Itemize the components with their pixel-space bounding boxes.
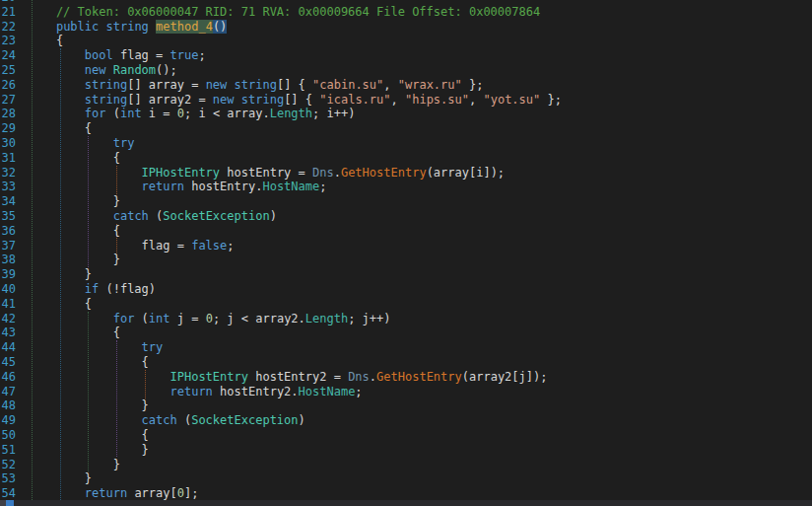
token-p: { — [28, 224, 120, 238]
code-line[interactable]: 53 } — [0, 471, 812, 486]
line-number[interactable]: 25 — [0, 63, 16, 78]
line-number[interactable]: 29 — [0, 121, 16, 136]
token-k: return — [170, 385, 213, 398]
line-number[interactable]: 54 — [0, 486, 16, 501]
token-p: ; — [227, 239, 234, 253]
token-s: "yot.su" — [483, 93, 540, 107]
line-number[interactable]: 30 — [0, 136, 16, 151]
line-number[interactable]: 50 — [0, 428, 16, 443]
code-line[interactable]: 46 IPHostEntry hostEntry2 = Dns.GetHostE… — [0, 370, 812, 385]
code-line[interactable]: 31 { — [0, 151, 812, 166]
code-line[interactable]: 29 { — [0, 121, 812, 136]
line-number[interactable]: 40 — [0, 282, 16, 297]
code-line[interactable]: 28 for (int i = 0; i < array.Length; i++… — [0, 107, 812, 121]
token-p: array[ — [127, 486, 177, 500]
line-number[interactable]: 23 — [0, 34, 16, 48]
line-number[interactable]: 41 — [0, 297, 16, 312]
line-number[interactable]: 32 — [0, 166, 16, 181]
token-p — [28, 93, 85, 107]
code-line[interactable]: 26 string[] array = new string[] { "cabi… — [0, 78, 812, 93]
code-line[interactable]: 39 } — [0, 267, 812, 282]
line-number[interactable]: 37 — [0, 239, 16, 253]
line-number[interactable]: 52 — [0, 458, 16, 472]
code-line[interactable]: 54 return array[0]; — [0, 486, 812, 501]
code-line[interactable]: 38 } — [0, 253, 812, 267]
line-number[interactable]: 24 — [0, 48, 16, 63]
line-number[interactable]: 44 — [0, 340, 16, 355]
code-line[interactable]: 42 for (int j = 0; j < array2.Length; j+… — [0, 312, 812, 326]
token-p: [] array2 = — [127, 93, 213, 107]
token-p — [28, 63, 85, 77]
token-t: IPHostEntry — [170, 370, 248, 384]
token-p: ( — [149, 209, 163, 223]
line-number[interactable]: 43 — [0, 325, 16, 340]
code-line[interactable]: 50 { — [0, 428, 812, 443]
line-number[interactable]: 28 — [0, 107, 16, 121]
code-line[interactable]: 27 string[] array2 = new string[] { "ica… — [0, 93, 812, 108]
code-line[interactable]: 25 new Random(); — [0, 63, 812, 78]
token-p: ; — [319, 180, 326, 193]
line-number[interactable]: 31 — [0, 151, 16, 166]
code-editor-viewport[interactable]: 2021 // Token: 0x06000047 RID: 71 RVA: 0… — [0, 0, 812, 506]
line-number[interactable]: 48 — [0, 398, 16, 413]
token-k: new — [85, 63, 106, 77]
token-k: int — [120, 107, 142, 120]
token-p — [28, 136, 113, 150]
token-k: true — [170, 48, 199, 62]
code-line[interactable]: 41 { — [0, 297, 812, 312]
line-number[interactable]: 51 — [0, 443, 16, 458]
line-number[interactable]: 46 — [0, 370, 16, 385]
line-number[interactable]: 38 — [0, 253, 16, 267]
token-n: 0 — [206, 312, 213, 325]
code-line[interactable]: 30 try — [0, 136, 812, 151]
token-p: [] { — [277, 78, 312, 92]
code-line[interactable]: 52 } — [0, 458, 812, 472]
line-number[interactable]: 35 — [0, 209, 16, 224]
line-number[interactable]: 27 — [0, 93, 16, 108]
code-lines-container: 2021 // Token: 0x06000047 RID: 71 RVA: 0… — [0, 0, 812, 501]
code-line[interactable]: 51 } — [0, 443, 812, 458]
token-s: "cabin.su" — [312, 78, 383, 92]
token-p: [] array = — [127, 78, 205, 92]
code-line[interactable]: 45 { — [0, 355, 812, 370]
line-number[interactable]: 53 — [0, 471, 16, 486]
code-line[interactable]: 48 } — [0, 398, 812, 413]
code-line[interactable]: 47 return hostEntry2.HostName; — [0, 385, 812, 399]
code-line[interactable]: 37 flag = false; — [0, 239, 812, 253]
code-line[interactable]: 36 { — [0, 224, 812, 239]
token-p: hostEntry. — [184, 180, 262, 193]
line-number[interactable]: 21 — [0, 5, 16, 20]
scrollbar-segment[interactable] — [6, 500, 14, 506]
line-number[interactable]: 39 — [0, 267, 16, 282]
code-line[interactable]: 33 return hostEntry.HostName; — [0, 180, 812, 194]
code-line[interactable]: 49 catch (SocketException) — [0, 413, 812, 428]
line-number[interactable]: 26 — [0, 78, 16, 93]
line-number[interactable]: 49 — [0, 413, 16, 428]
line-number[interactable]: 22 — [0, 20, 16, 35]
line-number[interactable]: 42 — [0, 312, 16, 326]
token-p — [28, 166, 142, 180]
line-number[interactable]: 45 — [0, 355, 16, 370]
token-c: // Token: 0x06000047 RID: 71 RVA: 0x0000… — [28, 5, 540, 19]
code-line[interactable]: 21 // Token: 0x06000047 RID: 71 RVA: 0x0… — [0, 5, 812, 20]
code-line[interactable]: 35 catch (SocketException) — [0, 209, 812, 224]
code-line[interactable]: 24 bool flag = true; — [0, 48, 812, 63]
code-line[interactable]: 32 IPHostEntry hostEntry = Dns.GetHostEn… — [0, 166, 812, 181]
code-line[interactable]: 44 try — [0, 340, 812, 355]
code-line[interactable]: 40 if (!flag) — [0, 282, 812, 297]
token-p: . — [334, 166, 341, 180]
code-line[interactable]: 43 { — [0, 325, 812, 340]
token-p — [28, 370, 170, 384]
line-number[interactable]: 34 — [0, 194, 16, 209]
token-p: } — [28, 443, 149, 457]
token-p: ; j++) — [348, 312, 390, 325]
code-line[interactable]: 34 } — [0, 194, 812, 209]
code-line[interactable]: 23 { — [0, 34, 812, 48]
token-st: Dns — [312, 166, 334, 180]
line-number[interactable]: 47 — [0, 385, 16, 399]
line-number[interactable]: 33 — [0, 180, 16, 194]
code-line[interactable]: 22 public string method_4() — [0, 20, 812, 35]
token-p: ; — [355, 385, 362, 398]
horizontal-scrollbar[interactable] — [0, 500, 812, 506]
line-number[interactable]: 36 — [0, 224, 16, 239]
